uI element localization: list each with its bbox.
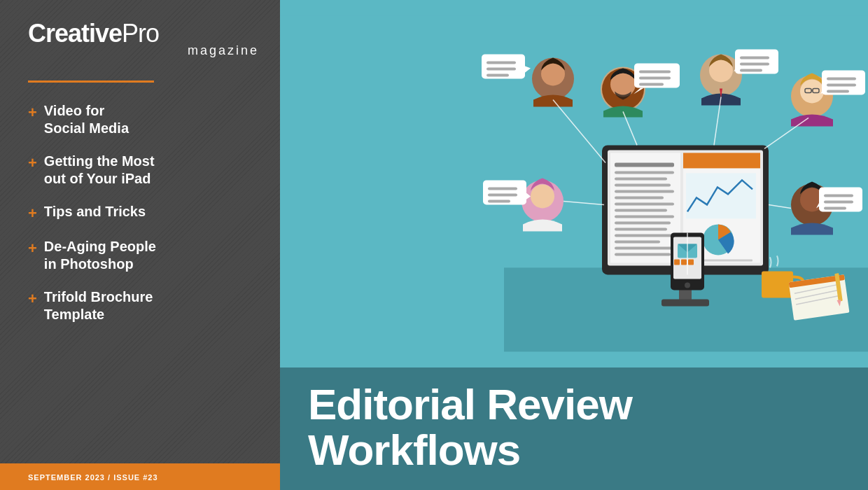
svg-rect-17 — [615, 227, 667, 230]
svg-rect-23 — [683, 153, 760, 168]
svg-rect-69 — [824, 194, 853, 197]
footer-text: SEPTEMBER 2023 / ISSUE #23 — [28, 473, 158, 482]
svg-rect-38 — [486, 67, 516, 70]
svg-rect-63 — [488, 193, 517, 196]
svg-rect-70 — [824, 200, 853, 203]
svg-point-50 — [800, 79, 824, 103]
menu-label-tips: Tips and Tricks — [44, 203, 146, 220]
menu-label-video: Video forSocial Media — [44, 102, 129, 137]
svg-rect-55 — [827, 77, 856, 80]
svg-rect-7 — [615, 162, 674, 167]
footer-bar: SEPTEMBER 2023 / ISSUE #23 — [0, 463, 280, 490]
svg-rect-11 — [615, 190, 674, 192]
svg-rect-8 — [615, 171, 674, 174]
svg-rect-77 — [681, 259, 687, 265]
svg-rect-14 — [615, 209, 667, 211]
svg-rect-39 — [486, 74, 509, 76]
plus-icon-video: + — [28, 104, 37, 122]
svg-rect-6 — [610, 153, 680, 262]
plus-icon-ipad: + — [28, 154, 37, 172]
menu-item-video[interactable]: + Video forSocial Media — [28, 102, 259, 137]
svg-rect-46 — [740, 62, 769, 65]
logo-creative: CreativePro — [28, 21, 259, 46]
svg-rect-13 — [615, 202, 674, 205]
title-line1: Editorial Review — [308, 380, 632, 428]
svg-rect-71 — [824, 206, 846, 209]
svg-rect-57 — [827, 90, 849, 92]
main-area: Editorial Review Workflows — [280, 0, 868, 490]
plus-icon-deaging: + — [28, 239, 37, 258]
svg-rect-62 — [488, 187, 517, 190]
menu-item-deaging[interactable]: + De-Aging Peoplein Photoshop — [28, 238, 259, 273]
svg-rect-37 — [486, 61, 516, 64]
svg-rect-45 — [740, 56, 769, 59]
svg-rect-18 — [615, 234, 674, 237]
editorial-illustration — [280, 0, 868, 368]
plus-icon-trifold: + — [28, 290, 37, 308]
svg-rect-47 — [740, 69, 762, 71]
svg-rect-31 — [639, 70, 671, 73]
svg-rect-21 — [615, 253, 671, 255]
menu-list: + Video forSocial Media + Getting the Mo… — [28, 102, 259, 490]
svg-rect-10 — [615, 183, 671, 186]
menu-item-tips[interactable]: + Tips and Tricks — [28, 203, 259, 223]
menu-item-trifold[interactable]: + Trifold BrochureTemplate — [28, 288, 259, 323]
svg-rect-32 — [639, 76, 671, 79]
menu-item-ipad[interactable]: + Getting the Mostout of Your iPad — [28, 153, 259, 188]
svg-rect-15 — [615, 215, 674, 218]
svg-rect-3 — [662, 299, 709, 306]
title-bar: Editorial Review Workflows — [280, 368, 868, 490]
svg-point-60 — [531, 184, 554, 208]
svg-point-79 — [685, 282, 690, 288]
svg-rect-12 — [615, 196, 664, 199]
svg-rect-56 — [827, 83, 856, 86]
logo-area: CreativePro magazine — [28, 21, 259, 58]
svg-rect-78 — [688, 259, 694, 265]
svg-rect-76 — [674, 259, 680, 265]
svg-rect-19 — [615, 240, 660, 243]
plus-icon-tips: + — [28, 204, 37, 223]
svg-rect-64 — [488, 200, 510, 202]
title-line2: Workflows — [308, 426, 520, 474]
main-title: Editorial Review Workflows — [308, 382, 840, 472]
menu-label-deaging: De-Aging Peoplein Photoshop — [44, 238, 156, 273]
svg-rect-81 — [762, 271, 793, 298]
menu-label-ipad: Getting the Mostout of Your iPad — [44, 153, 155, 188]
sidebar: CreativePro magazine + Video forSocial M… — [0, 0, 280, 490]
svg-rect-33 — [639, 83, 664, 85]
svg-rect-20 — [615, 246, 674, 249]
svg-rect-16 — [615, 221, 671, 224]
logo-divider — [28, 80, 154, 83]
illustration-area — [280, 0, 868, 368]
menu-label-trifold: Trifold BrochureTemplate — [44, 288, 153, 323]
svg-rect-9 — [615, 177, 667, 180]
svg-rect-24 — [686, 173, 756, 218]
